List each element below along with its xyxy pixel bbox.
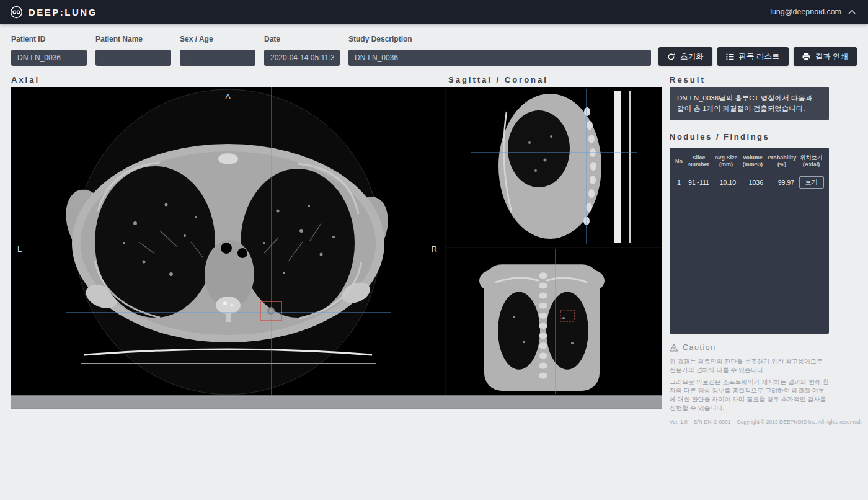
patient-name-field: Patient Name	[95, 35, 171, 66]
study-description-label: Study Description	[348, 35, 651, 43]
warning-icon	[670, 344, 678, 352]
sagittal-coronal-view-title: Sagittal / Coronal	[448, 75, 548, 84]
findings-title: Nodules / Findings	[670, 132, 829, 141]
top-bar: DEEP:LUNG lung@deepnoid.com	[0, 0, 868, 24]
result-panel: DN-LN_0036님의 흉부CT 영상에서 다음과 같이 총 1개의 폐결절이…	[670, 87, 829, 425]
list-icon	[726, 53, 734, 61]
axial-viewport[interactable]: A L R	[11, 87, 445, 395]
print-result-button[interactable]: 결과 인쇄	[794, 47, 857, 66]
col-avg-size: Avg Size (mm)	[713, 152, 739, 171]
print-icon	[802, 53, 810, 61]
orientation-right-label: R	[432, 244, 437, 254]
ct-viewers: A L R	[11, 87, 662, 395]
caution-paragraph-2: 그러므로 의료진은 소프트웨어가 제시하는 결과와 함께 환자의 다른 임상 정…	[670, 378, 829, 413]
slice-scrollbar-handle[interactable]	[12, 397, 661, 408]
reset-button[interactable]: 초기화	[658, 47, 712, 66]
patient-name-label: Patient Name	[95, 35, 171, 43]
reading-list-button-label: 판독 리스트	[739, 51, 780, 62]
col-probability: Probability (%)	[766, 152, 797, 171]
col-slice-number: Slice Number	[684, 152, 713, 171]
sex-age-input[interactable]	[180, 50, 255, 66]
caution-paragraph-1: 위 결과는 의료인의 진단을 보조하기 위한 참고용이므로 전문가의 견해와 다…	[670, 357, 829, 375]
findings-table-panel: No Slice Number Avg Size (mm) Volume (mm…	[670, 148, 829, 334]
date-field: Date	[264, 35, 340, 66]
patient-id-field: Patient ID	[11, 35, 87, 66]
patient-id-input[interactable]	[11, 50, 87, 66]
sagittal-coronal-column	[446, 87, 662, 395]
result-summary: DN-LN_0036님의 흉부CT 영상에서 다음과 같이 총 1개의 폐결절이…	[670, 87, 829, 120]
chevron-up-icon	[848, 10, 856, 14]
patient-id-label: Patient ID	[11, 35, 87, 43]
result-panel-title: Result	[670, 75, 706, 84]
finding-probability: 99.97	[766, 171, 797, 191]
coronal-ct-image[interactable]	[446, 248, 662, 395]
axial-ct-image[interactable]	[11, 87, 445, 395]
serial-number-text: S/N DN-C-0001	[694, 419, 731, 425]
print-result-button-label: 결과 인쇄	[815, 51, 848, 62]
reset-button-label: 초기화	[680, 51, 704, 62]
finding-row: 1 91~111 10.10 1036 99.97 보기	[673, 171, 825, 191]
app-logo: DEEP:LUNG	[10, 6, 97, 19]
reading-list-button[interactable]: 판독 리스트	[717, 47, 789, 66]
finding-slice-number: 91~111	[684, 171, 713, 191]
findings-header-row: No Slice Number Avg Size (mm) Volume (mm…	[673, 152, 825, 171]
patient-info-bar: Patient ID Patient Name Sex / Age Date S…	[11, 35, 857, 66]
col-no: No	[673, 152, 684, 171]
copyright-text: Copyright © 2019 DEEPNOID Inc. All right…	[737, 419, 861, 425]
study-description-field: Study Description	[348, 35, 651, 66]
finding-volume: 1036	[739, 171, 766, 191]
app-title: DEEP:LUNG	[29, 7, 97, 17]
version-text: Ver. 1.0	[670, 419, 688, 425]
caution-title-text: Caution	[683, 343, 716, 352]
findings-table: No Slice Number Avg Size (mm) Volume (mm…	[673, 152, 825, 191]
patient-name-input[interactable]	[95, 50, 171, 66]
date-label: Date	[264, 35, 340, 43]
deeplung-app: DEEP:LUNG lung@deepnoid.com Patient ID P…	[0, 0, 868, 500]
coronal-viewport[interactable]	[446, 248, 662, 395]
date-input[interactable]	[264, 50, 340, 66]
toolbar: 초기화	[658, 47, 857, 66]
axial-view-title: Axial	[11, 75, 40, 84]
col-volume: Volume (mm^3)	[739, 152, 766, 171]
slice-scrollbar[interactable]	[11, 395, 662, 409]
finding-no: 1	[673, 171, 684, 191]
orientation-anterior-label: A	[225, 92, 231, 101]
orientation-left-label: L	[17, 244, 22, 254]
sex-age-label: Sex / Age	[180, 35, 255, 43]
finding-avg-size: 10.10	[713, 171, 739, 191]
view-axial-button[interactable]: 보기	[799, 176, 824, 189]
col-view-location: 위치보기 (Axial)	[797, 152, 825, 171]
account-email: lung@deepnoid.com	[770, 7, 841, 16]
sex-age-field: Sex / Age	[180, 35, 255, 66]
account-menu[interactable]: lung@deepnoid.com	[770, 7, 858, 16]
panel-footer: Ver. 1.0 S/N DN-C-0001 Copyright © 2019 …	[670, 419, 829, 425]
deeplung-logo-icon	[10, 6, 23, 19]
caution-section: Caution 위 결과는 의료인의 진단을 보조하기 위한 참고용이므로 전문…	[670, 343, 829, 413]
caution-header: Caution	[670, 343, 829, 352]
study-description-input[interactable]	[348, 50, 651, 66]
sagittal-viewport[interactable]	[446, 87, 662, 248]
refresh-icon	[667, 53, 675, 61]
sagittal-ct-image[interactable]	[446, 87, 662, 247]
